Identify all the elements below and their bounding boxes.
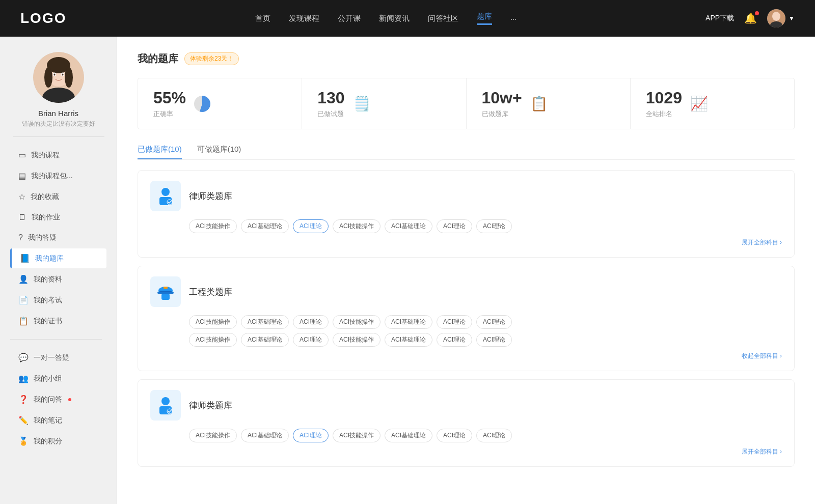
sidebar-item-label: 我的答疑	[28, 233, 57, 242]
sidebar-item-label: 我的资料	[34, 275, 62, 284]
sidebar-item-my-favorites[interactable]: ☆ 我的收藏	[10, 187, 106, 207]
tag-2-10[interactable]: ACI理论	[293, 333, 329, 347]
notification-badge	[755, 11, 759, 15]
nav-discover[interactable]: 发现课程	[289, 14, 319, 23]
bank-title-2: 工程类题库	[189, 286, 232, 298]
tag-1-7[interactable]: ACI理论	[476, 219, 512, 233]
points-icon: 🏅	[18, 436, 29, 446]
bank-tags-3: ACI技能操作 ACI基础理论 ACI理论 ACI技能操作 ACI基础理论 AC…	[189, 429, 782, 442]
sidebar-item-label: 我的课程包...	[31, 172, 73, 181]
page-title-row: 我的题库 体验剩余23天！	[138, 52, 795, 66]
tag-2-12[interactable]: ACI基础理论	[385, 333, 432, 347]
sidebar-item-label: 我的课程	[31, 151, 60, 160]
sidebar-item-my-bank[interactable]: 📘 我的题库	[10, 248, 106, 268]
stats-row: 55% 正确率 130 已做试题 🗒️ 10w+ 已做题库 📋	[138, 78, 795, 129]
tag-1-6[interactable]: ACI理论	[437, 219, 472, 233]
tag-2-11[interactable]: ACI技能操作	[333, 333, 381, 347]
sidebar-item-my-qa[interactable]: ? 我的答疑	[10, 228, 106, 247]
sidebar-item-my-course[interactable]: ▭ 我的课程	[10, 145, 106, 165]
sidebar-item-my-course-pack[interactable]: ▤ 我的课程包...	[10, 166, 106, 186]
tag-2-4[interactable]: ACI技能操作	[333, 315, 381, 329]
stat-value-rank: 1029 全站排名	[646, 89, 682, 119]
user-avatar-menu[interactable]: ▼	[767, 9, 795, 27]
stat-done-questions: 130 已做试题 🗒️	[302, 78, 466, 129]
sidebar-item-my-homework[interactable]: 🗒 我的作业	[10, 208, 106, 227]
bank-footer-3: 展开全部科目 ›	[150, 447, 782, 456]
bank-tags-2-row1: ACI技能操作 ACI基础理论 ACI理论 ACI技能操作 ACI基础理论 AC…	[189, 315, 782, 329]
collapse-label-2[interactable]: 收起全部科目 ›	[742, 352, 782, 360]
tag-2-14[interactable]: ACI理论	[476, 333, 512, 347]
tag-2-3[interactable]: ACI理论	[293, 315, 329, 329]
nav-qa[interactable]: 问答社区	[428, 14, 458, 23]
svg-rect-20	[164, 287, 168, 289]
expand-label-3[interactable]: 展开全部科目 ›	[742, 447, 782, 456]
profile-avatar	[33, 52, 84, 103]
tag-1-1[interactable]: ACI技能操作	[189, 219, 237, 233]
tab-available-banks[interactable]: 可做题库(10)	[197, 145, 241, 159]
stat-site-rank: 1029 全站排名 📈	[631, 78, 794, 129]
nav-right: APP下载 🔔 ▼	[705, 9, 795, 27]
app-download-button[interactable]: APP下载	[705, 14, 734, 23]
tag-2-8[interactable]: ACI技能操作	[189, 333, 237, 347]
tag-2-2[interactable]: ACI基础理论	[241, 315, 289, 329]
sidebar-item-label: 我的收藏	[31, 192, 59, 202]
sidebar-divider2	[10, 339, 102, 340]
chart-icon: 📈	[690, 95, 708, 112]
notification-bell[interactable]: 🔔	[744, 12, 757, 24]
sidebar-item-my-exam[interactable]: 📄 我的考试	[10, 290, 106, 310]
sidebar-item-my-points[interactable]: 🏅 我的积分	[10, 431, 106, 451]
accuracy-label: 正确率	[153, 109, 186, 119]
tag-3-5[interactable]: ACI基础理论	[385, 429, 432, 442]
logo[interactable]: LOGO	[20, 10, 66, 26]
amber-doc-icon: 📋	[530, 95, 548, 112]
tag-1-5[interactable]: ACI基础理论	[385, 219, 432, 233]
tab-done-banks[interactable]: 已做题库(10)	[138, 145, 182, 159]
tag-3-4[interactable]: ACI技能操作	[333, 429, 381, 442]
sidebar-item-my-cert[interactable]: 📋 我的证书	[10, 311, 106, 331]
stat-done-banks: 10w+ 已做题库 📋	[467, 78, 631, 129]
tag-1-4[interactable]: ACI技能操作	[333, 219, 381, 233]
nav-more[interactable]: ···	[510, 14, 517, 23]
one-on-one-icon: 💬	[18, 353, 29, 362]
tag-3-2[interactable]: ACI基础理论	[241, 429, 289, 442]
stat-value-questions: 130 已做试题	[317, 89, 344, 119]
bank-header-1: 律师类题库	[150, 181, 782, 211]
sidebar-item-label: 我的题库	[35, 254, 64, 263]
bank-icon: 📘	[20, 254, 30, 263]
svg-point-8	[65, 67, 73, 88]
tag-2-9[interactable]: ACI基础理论	[241, 333, 289, 347]
tag-2-6[interactable]: ACI理论	[437, 315, 472, 329]
tag-2-1[interactable]: ACI技能操作	[189, 315, 237, 329]
tag-3-3[interactable]: ACI理论	[293, 429, 329, 442]
sidebar-item-my-group[interactable]: 👥 我的小组	[10, 369, 106, 388]
svg-point-1	[772, 12, 780, 21]
sidebar-item-my-questions[interactable]: ❓ 我的问答	[10, 389, 106, 409]
sidebar-item-one-on-one[interactable]: 💬 一对一答疑	[10, 348, 106, 368]
tag-3-7[interactable]: ACI理论	[476, 429, 512, 442]
nav-links: 首页 发现课程 公开课 新闻资讯 问答社区 题库 ···	[255, 12, 517, 25]
bank-header-3: 律师类题库	[150, 390, 782, 421]
svg-point-7	[44, 67, 52, 88]
bank-title-1: 律师类题库	[189, 190, 232, 202]
nav-home[interactable]: 首页	[255, 14, 270, 23]
tag-3-1[interactable]: ACI技能操作	[189, 429, 237, 442]
nav-bank[interactable]: 题库	[477, 12, 492, 25]
questions-value: 130	[317, 89, 344, 107]
tag-1-3[interactable]: ACI理论	[293, 219, 329, 233]
sidebar-item-my-profile[interactable]: 👤 我的资料	[10, 269, 106, 289]
sidebar-item-my-notes[interactable]: ✏️ 我的笔记	[10, 410, 106, 430]
nav-open-course[interactable]: 公开课	[338, 14, 361, 23]
tag-1-2[interactable]: ACI基础理论	[241, 219, 289, 233]
tag-2-7[interactable]: ACI理论	[476, 315, 512, 329]
tag-2-13[interactable]: ACI理论	[437, 333, 472, 347]
bank-icon-lawyer	[150, 181, 181, 211]
sidebar-item-label: 一对一答疑	[34, 353, 69, 362]
main-content: 我的题库 体验剩余23天！ 55% 正确率 130 已做试题 🗒️	[117, 37, 815, 504]
profile-name: Brian Harris	[38, 109, 78, 118]
bank-footer-2: 收起全部科目 ›	[150, 352, 782, 360]
notes-icon: ✏️	[18, 415, 29, 425]
expand-label-1[interactable]: 展开全部科目 ›	[742, 238, 782, 247]
tag-3-6[interactable]: ACI理论	[437, 429, 472, 442]
tag-2-5[interactable]: ACI基础理论	[385, 315, 432, 329]
nav-news[interactable]: 新闻资讯	[379, 14, 410, 23]
